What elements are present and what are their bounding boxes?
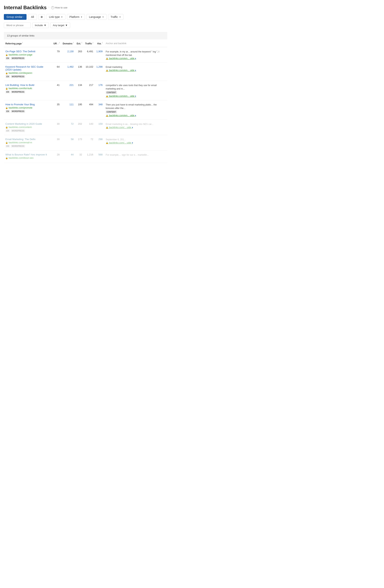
col-info-icon: i: [102, 42, 103, 44]
table-row: What Is Bounce Rate? Anc improve It 🔒 ba…: [4, 150, 167, 163]
expand-arrow-icon[interactable]: ▾: [135, 57, 136, 60]
ur-cell: 30: [52, 135, 61, 150]
referring-page-cell: List Building: How to Build 🔒 backlinko.…: [4, 81, 52, 100]
search-input[interactable]: [4, 22, 31, 28]
kw-cell: 1,298: [95, 63, 104, 81]
toolbar: Group similar i All ⚙ Link type ▼ Platfo…: [4, 14, 167, 20]
lock-icon: 🔒: [5, 157, 8, 159]
lock-icon: 🔒: [106, 114, 109, 117]
col-ur[interactable]: UR ↓ i: [52, 39, 61, 47]
anchor-cell: Email marketing is as... blowing into NE…: [104, 120, 167, 135]
platform-dropdown[interactable]: Platform ▼: [67, 14, 85, 20]
traffic-cell: 72: [84, 135, 95, 150]
page-url-link[interactable]: 🔒 backlinko.com/promote: [5, 106, 50, 109]
page-url-text: backlinko.com/on-page: [9, 53, 32, 56]
lock-icon: 🔒: [5, 87, 8, 90]
anchor-cell: Email marketing 🔒 backlinko.com/em... ui…: [104, 63, 167, 81]
page-title: Internal Backlinks: [4, 5, 47, 11]
group-similar-button[interactable]: Group similar i: [4, 14, 26, 20]
kw-cell: 176: [95, 81, 104, 100]
tags-row: ENWORDPRESS: [5, 90, 50, 93]
lock-icon: 🔒: [106, 142, 109, 144]
referring-page-cell: Email Marketing: The Defin 🔒 backlinko.c…: [4, 135, 52, 150]
summary-bar: 13 groups of similar links: [4, 32, 167, 39]
traffic-cell: 6,491: [84, 47, 95, 63]
page-url-link[interactable]: 🔒 backlinko.com/on-page: [5, 53, 50, 56]
page-url-text: backlinko.com/boun-seo: [9, 157, 33, 159]
anchor-text: competitor's site uses tools that they u…: [106, 84, 157, 90]
ext-cell: 202: [75, 120, 84, 135]
page-title-link[interactable]: How to Promote Your Blog: [5, 103, 50, 106]
filter-row: Include ▼ Any target ▼: [4, 22, 167, 28]
page-url-text: backlinko.com/list-builc: [9, 87, 32, 90]
expand-arrow-icon[interactable]: ▾: [132, 126, 133, 128]
lock-icon: 🔒: [106, 126, 109, 128]
page-url-link[interactable]: 🔒 backlinko.com/list-builc: [5, 87, 50, 90]
anchor-url-text: backlinko.com/em... uide: [109, 114, 135, 117]
lock-icon: 🔒: [5, 141, 8, 144]
anchor-link[interactable]: 🔒 backlinko.com/em... uide ▾: [106, 69, 136, 72]
tag-label: WORDPRESS: [11, 57, 25, 60]
link-type-dropdown[interactable]: Link type ▼: [46, 14, 65, 20]
anchor-link[interactable]: 🔒 backlinko.com/em... uide ▾: [106, 95, 136, 97]
anchor-text: For example,... sign for our e... markel…: [106, 153, 149, 156]
how-to-link[interactable]: ? How to use: [51, 6, 68, 9]
expand-arrow-icon[interactable]: ▾: [135, 69, 136, 71]
anchor-text: Email marketing: [106, 66, 122, 68]
traffic-cell: 217: [84, 81, 95, 100]
page-title-link[interactable]: What Is Bounce Rate? Anc improve It: [5, 153, 50, 156]
lock-icon: 🔒: [106, 95, 109, 97]
table-header-row: Referring page i UR ↓ i Domains i Ext. i…: [4, 39, 167, 47]
page-title-link[interactable]: Content Marketing in 2020 Guide: [5, 122, 50, 125]
page-url-link[interactable]: 🔒 backlinko.com/keyworc: [5, 72, 50, 74]
page-url-link[interactable]: 🔒 backlinko.com/boun-seo: [5, 157, 50, 159]
page-title-link[interactable]: List Building: How to Build: [5, 84, 50, 86]
page-url-link[interactable]: 🔒 backlinko.com/content-: [5, 126, 50, 128]
kw-cell: 298: [95, 135, 104, 150]
col-kw: Kw. i: [95, 39, 104, 47]
anchor-url-text: backlinko.com/... uide: [109, 126, 131, 129]
settings-button[interactable]: ⚙: [39, 14, 45, 20]
traffic-dropdown[interactable]: Traffic ▼: [108, 14, 123, 20]
language-dropdown[interactable]: Language ▼: [87, 14, 107, 20]
kw-cell: 159: [95, 120, 104, 135]
page-title-link[interactable]: On-Page SEO: The Definiti: [5, 50, 50, 53]
title-info-icon[interactable]: ⁱ: [49, 6, 49, 9]
ext-cell: 136: [75, 63, 84, 81]
tag-label: WORDPRESS: [11, 145, 25, 147]
anchor-link[interactable]: 🔒 backlinko.com/em... uide ▾: [106, 114, 136, 117]
expand-arrow-icon[interactable]: ▾: [132, 142, 133, 144]
ext-cell: 173: [75, 135, 84, 150]
tag-label: EN: [5, 90, 10, 93]
anchor-cell: competitor's site uses tools that they u…: [104, 81, 167, 100]
anchor-cell: Then you just have to email marketing pl…: [104, 100, 167, 120]
lock-icon: 🔒: [5, 54, 8, 56]
include-dropdown[interactable]: Include ▼: [32, 22, 49, 28]
tags-row: ENWORDPRESS: [5, 57, 50, 60]
anchor-link[interactable]: 🔒 backlinko.com/... uide ▾: [106, 141, 133, 144]
tag-label: WORDPRESS: [11, 90, 25, 93]
anchor-link[interactable]: 🔒 backlinko.com/... uide ▾: [106, 126, 133, 129]
content-badge: CONTENT: [106, 91, 117, 94]
expand-arrow-icon[interactable]: ▾: [135, 114, 136, 117]
page-title-link[interactable]: Keyword Research for SEC Guide (2020 Upd…: [5, 65, 50, 71]
tag-label: EN: [5, 145, 10, 147]
anchor-text: For example, in my ar... around the keyw…: [106, 50, 159, 57]
kw-cell: 1,909: [95, 47, 104, 63]
chevron-down-icon: ▼: [44, 24, 46, 27]
tag-label: WORDPRESS: [11, 75, 25, 78]
lock-icon: 🔒: [5, 107, 8, 109]
page-url-link[interactable]: 🔒 backlinko.com/email-m: [5, 141, 50, 144]
expand-arrow-icon[interactable]: ▾: [135, 95, 136, 97]
table-row: Email Marketing: The Defin 🔒 backlinko.c…: [4, 135, 167, 150]
domains-cell: 221: [61, 81, 75, 100]
anchor-url-text: backlinko.com/em... uide: [109, 69, 135, 72]
page-title-link[interactable]: Email Marketing: The Defin: [5, 138, 50, 141]
any-target-dropdown[interactable]: Any target ▼: [50, 22, 70, 28]
col-info-icon: i: [22, 42, 23, 44]
referring-page-cell: Keyword Research for SEC Guide (2020 Upd…: [4, 63, 52, 81]
all-button[interactable]: All: [28, 14, 37, 20]
domains-cell: 111: [61, 100, 75, 120]
anchor-link[interactable]: 🔒 backlinko.com/em... uide ▾: [106, 57, 136, 60]
chevron-down-icon: ▼: [81, 16, 83, 18]
